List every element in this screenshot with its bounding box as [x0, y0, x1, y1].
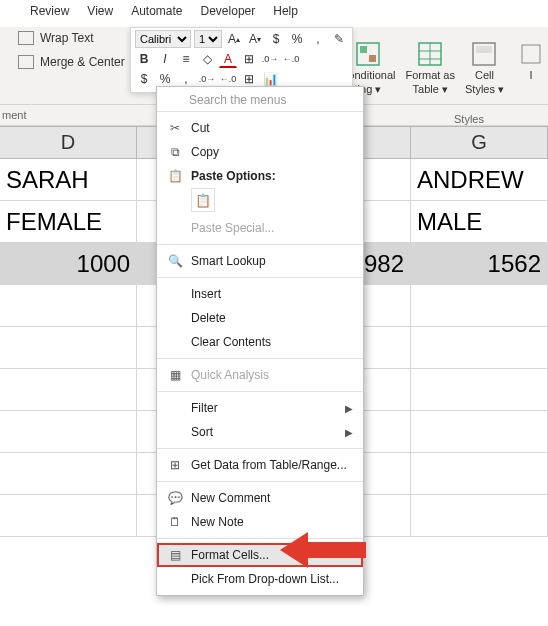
bold-icon[interactable]: B [135, 50, 153, 68]
menu-new-comment[interactable]: 💬 New Comment [157, 486, 363, 510]
currency2-icon[interactable]: $ [135, 70, 153, 88]
cell[interactable] [0, 495, 137, 537]
mini-toolbar: Calibri 11 A▴ A▾ $ % , ✎ B I ≡ ◇ A ⊞ .0→… [130, 27, 353, 93]
cell-styles-button[interactable]: Cell Styles ▾ [465, 41, 504, 95]
menu-quick-analysis: ▦ Quick Analysis [157, 363, 363, 387]
menu-get-data[interactable]: ⊞ Get Data from Table/Range... [157, 453, 363, 477]
copy-icon: ⧉ [165, 145, 185, 159]
percent-icon[interactable]: % [288, 30, 306, 48]
cell[interactable]: FEMALE [0, 201, 137, 243]
currency-icon[interactable]: $ [267, 30, 285, 48]
tab-developer[interactable]: Developer [201, 4, 256, 18]
menu-smart-lookup[interactable]: 🔍 Smart Lookup [157, 249, 363, 273]
cell[interactable]: ANDREW [411, 159, 548, 201]
cell[interactable] [0, 411, 137, 453]
menu-delete[interactable]: Delete [157, 306, 363, 330]
fill-color-icon[interactable]: ◇ [198, 50, 216, 68]
menu-paste-options-label: 📋 Paste Options: [157, 164, 363, 188]
menu-search[interactable]: Search the menus [189, 93, 355, 107]
menu-filter[interactable]: Filter▶ [157, 396, 363, 420]
wrap-text-icon [18, 31, 34, 45]
cell[interactable] [411, 327, 548, 369]
tab-help[interactable]: Help [273, 4, 298, 18]
menu-sort[interactable]: Sort▶ [157, 420, 363, 444]
merge-icon [18, 55, 34, 69]
styles-group: Conditional ting ▾ Format as Table ▾ Cel… [340, 41, 544, 95]
cell-styles-icon [471, 41, 497, 67]
menu-copy[interactable]: ⧉ Copy [157, 140, 363, 164]
increase-font-icon[interactable]: A▴ [225, 30, 243, 48]
insert-icon [518, 41, 544, 67]
font-name-select[interactable]: Calibri [135, 30, 191, 48]
conditional-formatting-icon [355, 41, 381, 67]
cell[interactable] [411, 495, 548, 537]
wrap-text-label: Wrap Text [40, 31, 94, 45]
menu-insert[interactable]: Insert [157, 282, 363, 306]
format-table-icon [417, 41, 443, 67]
decrease-decimal-icon[interactable]: ←.0 [282, 50, 300, 68]
cell[interactable]: 1000 [0, 243, 137, 285]
annotation-arrow [280, 528, 370, 572]
chevron-right-icon: ▶ [345, 403, 353, 414]
table-data-icon: ⊞ [165, 458, 185, 472]
tab-view[interactable]: View [87, 4, 113, 18]
cell[interactable] [411, 369, 548, 411]
chevron-right-icon: ▶ [345, 427, 353, 438]
cell[interactable]: 1562 [411, 243, 548, 285]
clipboard-icon: 📋 [165, 169, 185, 183]
cell[interactable] [0, 327, 137, 369]
menu-clear-contents[interactable]: Clear Contents [157, 330, 363, 354]
format-cells-icon: ▤ [165, 548, 185, 562]
svg-rect-9 [522, 45, 540, 63]
decrease-font-icon[interactable]: A▾ [246, 30, 264, 48]
scissors-icon: ✂ [165, 121, 185, 135]
comment-icon: 💬 [165, 491, 185, 505]
svg-rect-2 [369, 55, 376, 62]
cell[interactable] [411, 285, 548, 327]
borders-icon[interactable]: ⊞ [240, 50, 258, 68]
italic-icon[interactable]: I [156, 50, 174, 68]
styles-group-label: Styles [454, 113, 484, 125]
tab-review[interactable]: Review [30, 4, 69, 18]
cell[interactable] [0, 285, 137, 327]
menu-paste-special: Paste Special... [157, 216, 363, 240]
cell[interactable] [411, 453, 548, 495]
search-icon: 🔍 [165, 254, 185, 268]
tab-automate[interactable]: Automate [131, 4, 182, 18]
format-painter-icon[interactable]: ✎ [330, 30, 348, 48]
svg-rect-8 [476, 46, 492, 53]
cell[interactable] [411, 411, 548, 453]
comma-icon[interactable]: , [309, 30, 327, 48]
paste-option-1[interactable]: 📋 [191, 188, 215, 212]
merge-label: Merge & Center [40, 55, 125, 69]
cell[interactable] [0, 369, 137, 411]
col-header-g[interactable]: G [411, 127, 548, 158]
cell[interactable]: SARAH [0, 159, 137, 201]
quick-analysis-icon: ▦ [165, 368, 185, 382]
ribbon-tabs: Review View Automate Developer Help [0, 0, 548, 27]
context-menu: Search the menus ✂ Cut ⧉ Copy 📋 Paste Op… [156, 86, 364, 596]
font-size-select[interactable]: 11 [194, 30, 222, 48]
increase-decimal-icon[interactable]: .0→ [261, 50, 279, 68]
note-icon: 🗒 [165, 515, 185, 529]
insert-partial[interactable]: I [518, 41, 544, 81]
font-color-icon[interactable]: A [219, 50, 237, 68]
svg-rect-1 [360, 46, 367, 53]
menu-cut[interactable]: ✂ Cut [157, 116, 363, 140]
align-icon[interactable]: ≡ [177, 50, 195, 68]
svg-marker-10 [280, 532, 366, 568]
col-header-d[interactable]: D [0, 127, 137, 158]
cell[interactable] [0, 453, 137, 495]
cell[interactable]: MALE [411, 201, 548, 243]
format-as-table-button[interactable]: Format as Table ▾ [405, 41, 455, 95]
